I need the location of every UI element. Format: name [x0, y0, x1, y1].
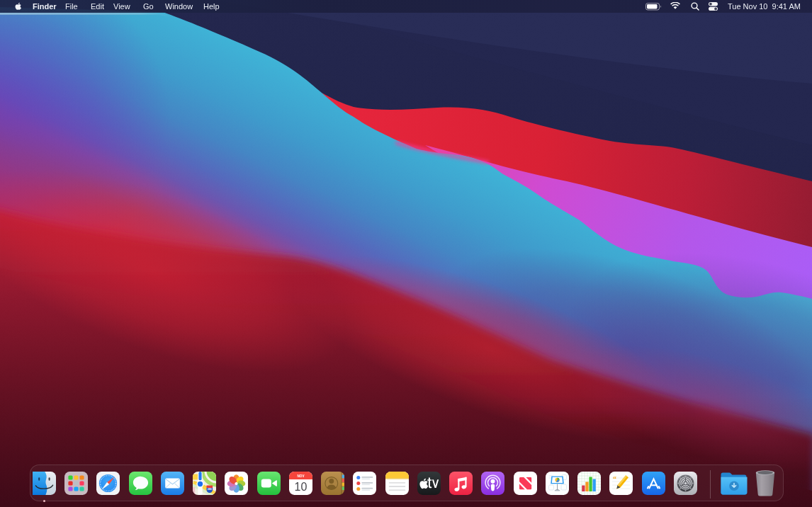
svg-text:10: 10 — [294, 481, 307, 493]
svg-text:“: “ — [613, 474, 616, 482]
svg-text:NOV: NOV — [297, 474, 305, 478]
svg-text:280: 280 — [208, 488, 212, 491]
